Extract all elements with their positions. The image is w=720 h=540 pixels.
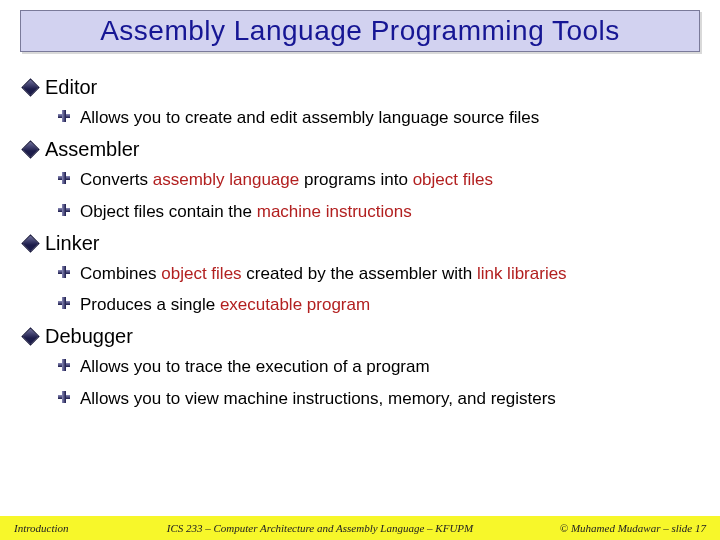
section-assembler: Assembler Converts assembly language pro… xyxy=(24,138,696,222)
item-text: Object files contain the machine instruc… xyxy=(80,201,412,222)
diamond-icon xyxy=(21,328,39,346)
highlight: object files xyxy=(161,264,241,283)
diamond-icon xyxy=(21,78,39,96)
section-label: Debugger xyxy=(45,325,133,348)
footer-right: © Muhamed Mudawar – slide 17 xyxy=(526,522,706,534)
section-head: Editor xyxy=(24,76,696,99)
slide-footer: Introduction ICS 233 – Computer Architec… xyxy=(0,516,720,540)
item-text: Produces a single executable program xyxy=(80,294,370,315)
section-head: Assembler xyxy=(24,138,696,161)
highlight: object files xyxy=(413,170,493,189)
list-item: Allows you to trace the execution of a p… xyxy=(58,356,696,377)
section-label: Assembler xyxy=(45,138,139,161)
cross-icon xyxy=(58,204,70,216)
section-label: Editor xyxy=(45,76,97,99)
section-editor: Editor Allows you to create and edit ass… xyxy=(24,76,696,128)
footer-center: ICS 233 – Computer Architecture and Asse… xyxy=(114,522,526,534)
highlight: assembly language xyxy=(153,170,299,189)
sub-list: Converts assembly language programs into… xyxy=(24,169,696,222)
section-label: Linker xyxy=(45,232,99,255)
slide-title-box: Assembly Language Programming Tools xyxy=(20,10,700,52)
sub-list: Allows you to create and edit assembly l… xyxy=(24,107,696,128)
highlight: machine instructions xyxy=(257,202,412,221)
item-text: Allows you to trace the execution of a p… xyxy=(80,356,430,377)
cross-icon xyxy=(58,266,70,278)
item-text: Allows you to create and edit assembly l… xyxy=(80,107,539,128)
sub-list: Combines object files created by the ass… xyxy=(24,263,696,316)
item-text: Converts assembly language programs into… xyxy=(80,169,493,190)
list-item: Allows you to create and edit assembly l… xyxy=(58,107,696,128)
section-head: Debugger xyxy=(24,325,696,348)
slide-body: Editor Allows you to create and edit ass… xyxy=(0,62,720,409)
section-linker: Linker Combines object files created by … xyxy=(24,232,696,316)
highlight: link libraries xyxy=(477,264,567,283)
section-debugger: Debugger Allows you to trace the executi… xyxy=(24,325,696,409)
list-item: Object files contain the machine instruc… xyxy=(58,201,696,222)
cross-icon xyxy=(58,110,70,122)
item-text: Combines object files created by the ass… xyxy=(80,263,567,284)
list-item: Combines object files created by the ass… xyxy=(58,263,696,284)
cross-icon xyxy=(58,172,70,184)
diamond-icon xyxy=(21,141,39,159)
diamond-icon xyxy=(21,234,39,252)
list-item: Allows you to view machine instructions,… xyxy=(58,388,696,409)
sub-list: Allows you to trace the execution of a p… xyxy=(24,356,696,409)
cross-icon xyxy=(58,391,70,403)
item-text: Allows you to view machine instructions,… xyxy=(80,388,556,409)
slide-title: Assembly Language Programming Tools xyxy=(29,15,691,47)
cross-icon xyxy=(58,297,70,309)
highlight: executable program xyxy=(220,295,370,314)
cross-icon xyxy=(58,359,70,371)
section-head: Linker xyxy=(24,232,696,255)
list-item: Produces a single executable program xyxy=(58,294,696,315)
list-item: Converts assembly language programs into… xyxy=(58,169,696,190)
footer-left: Introduction xyxy=(14,522,114,534)
